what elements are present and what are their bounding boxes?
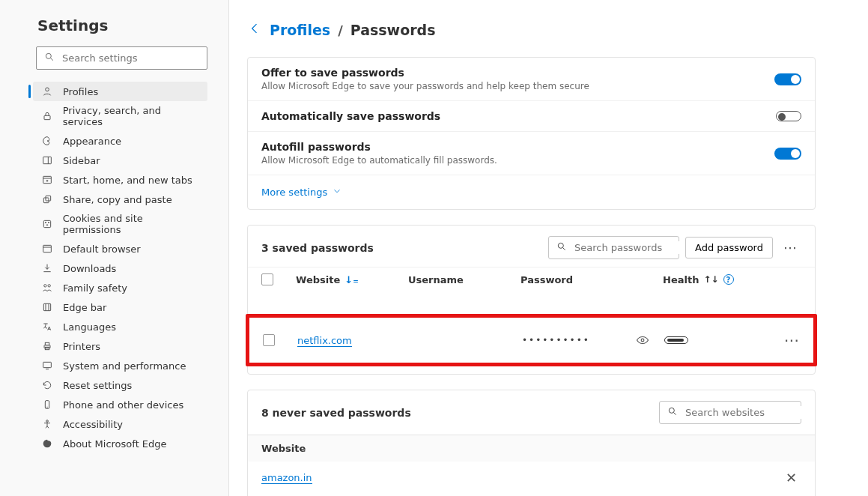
- sidebar-item-system[interactable]: System and performance: [33, 356, 207, 375]
- back-icon[interactable]: [247, 21, 262, 39]
- setting-desc: Allow Microsoft Edge to automatically fi…: [261, 155, 497, 166]
- help-icon[interactable]: ?: [723, 274, 734, 285]
- search-passwords[interactable]: [548, 236, 679, 259]
- add-password-button[interactable]: Add password: [685, 237, 773, 258]
- never-saved-row: amazon.in ✕: [248, 462, 815, 494]
- sidebar-item-default-browser[interactable]: Default browser: [33, 239, 207, 258]
- sidebar-item-languages[interactable]: Languages: [33, 317, 207, 336]
- sidebar-item-label: Edge bar: [63, 302, 106, 313]
- system-icon: [40, 360, 54, 372]
- remove-website-button[interactable]: ✕: [781, 469, 801, 486]
- sidebar-item-downloads[interactable]: Downloads: [33, 258, 207, 278]
- sidebar-item-profiles[interactable]: Profiles: [33, 82, 207, 101]
- sidebar-item-share[interactable]: Share, copy and paste: [33, 190, 207, 209]
- svg-point-30: [46, 420, 49, 423]
- breadcrumb-parent[interactable]: Profiles: [270, 22, 330, 38]
- svg-point-0: [46, 53, 51, 58]
- download-icon: [40, 262, 54, 274]
- row-more-button[interactable]: ⋯: [754, 331, 800, 349]
- sidebar-item-accessibility[interactable]: Accessibility: [33, 414, 207, 434]
- lock-icon: [40, 110, 54, 122]
- auto-save-toggle[interactable]: [776, 111, 801, 121]
- sidebar-item-start[interactable]: Start, home, and new tabs: [33, 170, 207, 190]
- col-username[interactable]: Username: [408, 274, 464, 285]
- saved-count-label: 3 saved passwords: [261, 242, 374, 254]
- phone-icon: [40, 399, 54, 411]
- col-health[interactable]: Health: [663, 274, 699, 285]
- svg-line-1: [51, 58, 53, 61]
- sort-icon[interactable]: ↓=: [345, 274, 358, 285]
- never-saved-header: 8 never saved passwords: [248, 390, 815, 435]
- main-content: Profiles / Passwords Offer to save passw…: [229, 0, 868, 496]
- sidebar-item-label: Start, home, and new tabs: [63, 175, 192, 186]
- col-website[interactable]: Website: [296, 274, 340, 285]
- sidebar-item-label: Sidebar: [63, 155, 100, 166]
- never-saved-label: 8 never saved passwords: [261, 407, 411, 419]
- sidebar-item-cookies[interactable]: Cookies and site permissions: [33, 209, 207, 239]
- svg-point-18: [44, 285, 46, 287]
- never-saved-website[interactable]: amazon.in: [261, 472, 312, 484]
- never-saved-column-header: Website: [248, 435, 815, 462]
- reveal-password-icon[interactable]: [636, 333, 649, 347]
- settings-search-input[interactable]: [61, 52, 199, 64]
- svg-rect-20: [43, 303, 50, 310]
- svg-point-2: [46, 88, 49, 91]
- search-passwords-input[interactable]: [573, 241, 703, 254]
- setting-offer-save: Offer to save passwords Allow Microsoft …: [248, 58, 815, 101]
- row-health-indicator: [664, 336, 688, 344]
- setting-title: Autofill passwords: [261, 141, 497, 153]
- svg-point-14: [48, 222, 49, 223]
- accessibility-icon: [40, 418, 54, 430]
- sidebar-item-label: Cookies and site permissions: [63, 213, 201, 235]
- sidebar-item-label: Profiles: [63, 86, 98, 97]
- search-icon: [556, 241, 567, 254]
- browser-icon: [40, 243, 54, 255]
- more-settings-link[interactable]: More settings: [248, 175, 815, 209]
- sidebar-item-label: Family safety: [63, 282, 127, 294]
- search-websites-input[interactable]: [684, 406, 814, 419]
- settings-search[interactable]: [36, 46, 207, 70]
- saved-passwords-card: 3 saved passwords Add password ⋯ Website…: [247, 225, 816, 375]
- sidebar-item-sidebar[interactable]: Sidebar: [33, 151, 207, 170]
- svg-rect-16: [43, 245, 52, 252]
- search-icon: [44, 52, 61, 64]
- profile-icon: [40, 85, 54, 97]
- autofill-toggle[interactable]: [774, 148, 801, 160]
- setting-auto-save: Automatically save passwords: [248, 101, 815, 132]
- sidebar-item-privacy[interactable]: Privacy, search, and services: [33, 101, 207, 131]
- sidebar-item-label: Phone and other devices: [63, 399, 183, 411]
- sidebar-item-about[interactable]: About Microsoft Edge: [33, 434, 207, 453]
- settings-card: Offer to save passwords Allow Microsoft …: [247, 57, 816, 210]
- row-website-link[interactable]: netflix.com: [297, 335, 352, 347]
- sidebar-item-appearance[interactable]: Appearance: [33, 131, 207, 151]
- more-options-button[interactable]: ⋯: [779, 237, 801, 258]
- svg-rect-3: [44, 115, 50, 119]
- search-websites[interactable]: [659, 401, 801, 424]
- sidebar-item-edgebar[interactable]: Edge bar: [33, 297, 207, 317]
- sidebar-item-printers[interactable]: Printers: [33, 336, 207, 356]
- appearance-icon: [40, 135, 54, 147]
- sidebar-item-label: Appearance: [63, 136, 121, 147]
- offer-save-toggle[interactable]: [774, 73, 801, 85]
- languages-icon: [40, 321, 54, 333]
- svg-point-31: [558, 243, 563, 248]
- svg-point-33: [641, 339, 644, 342]
- never-saved-card: 8 never saved passwords Website amazon.i…: [247, 390, 816, 496]
- sort-both-icon[interactable]: ↑↓: [703, 274, 718, 285]
- col-password[interactable]: Password: [521, 274, 573, 285]
- svg-point-19: [48, 285, 50, 287]
- sidebar-item-family[interactable]: Family safety: [33, 278, 207, 297]
- sidebar-item-label: System and performance: [63, 360, 186, 372]
- sidebar-item-phone[interactable]: Phone and other devices: [33, 395, 207, 414]
- row-checkbox[interactable]: [263, 334, 275, 346]
- sidebar-item-reset[interactable]: Reset settings: [33, 375, 207, 395]
- svg-line-35: [674, 413, 676, 415]
- sidebar-item-label: Privacy, search, and services: [63, 105, 201, 127]
- sidebar-item-label: Accessibility: [63, 419, 123, 430]
- setting-desc: Allow Microsoft Edge to save your passwo…: [261, 81, 589, 91]
- breadcrumb-sep: /: [338, 22, 343, 38]
- svg-point-34: [669, 408, 674, 413]
- more-settings-label: More settings: [261, 187, 327, 198]
- select-all-checkbox[interactable]: [261, 273, 273, 285]
- sidebar-item-label: Share, copy and paste: [63, 194, 172, 205]
